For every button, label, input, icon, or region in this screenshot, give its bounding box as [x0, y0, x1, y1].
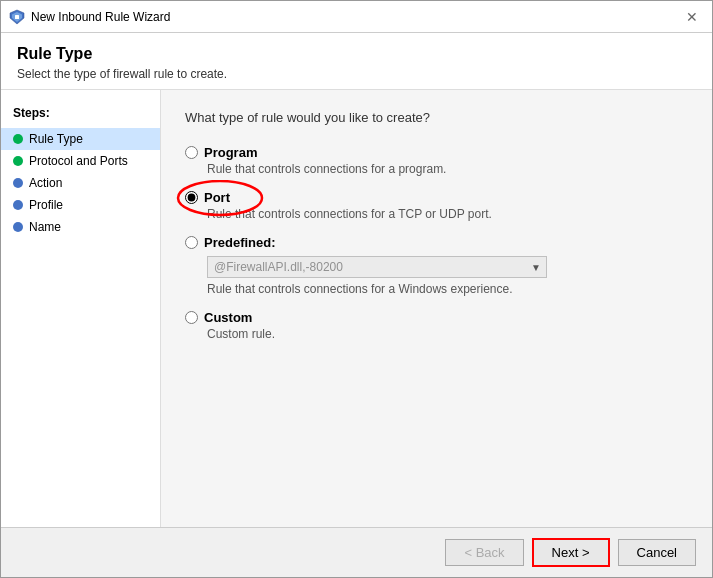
window-title: New Inbound Rule Wizard	[31, 10, 170, 24]
step-indicator-profile	[13, 200, 23, 210]
app-icon	[9, 9, 25, 25]
page-header: Rule Type Select the type of firewall ru…	[1, 33, 712, 90]
predefined-radio[interactable]	[185, 236, 198, 249]
sidebar: Steps: Rule Type Protocol and Ports Acti…	[1, 90, 161, 527]
sidebar-item-action[interactable]: Action	[1, 172, 160, 194]
port-radio-label[interactable]: Port	[185, 190, 688, 205]
sidebar-item-profile[interactable]: Profile	[1, 194, 160, 216]
step-indicator-protocol-ports	[13, 156, 23, 166]
option-predefined: Predefined: @FirewallAPI.dll,-80200 Rule…	[185, 235, 688, 296]
predefined-dropdown[interactable]: @FirewallAPI.dll,-80200	[207, 256, 547, 278]
step-indicator-rule-type	[13, 134, 23, 144]
predefined-description: Rule that controls connections for a Win…	[207, 282, 688, 296]
sidebar-item-name[interactable]: Name	[1, 216, 160, 238]
title-bar: New Inbound Rule Wizard ✕	[1, 1, 712, 33]
radio-group: Program Rule that controls connections f…	[185, 145, 688, 341]
sidebar-item-label-name: Name	[29, 220, 61, 234]
option-custom: Custom Custom rule.	[185, 310, 688, 341]
custom-radio[interactable]	[185, 311, 198, 324]
wizard-window: New Inbound Rule Wizard ✕ Rule Type Sele…	[0, 0, 713, 578]
page-subtitle: Select the type of firewall rule to crea…	[17, 67, 696, 81]
back-button[interactable]: < Back	[445, 539, 523, 566]
cancel-button[interactable]: Cancel	[618, 539, 696, 566]
predefined-label: Predefined:	[204, 235, 276, 250]
sidebar-item-label-protocol-ports: Protocol and Ports	[29, 154, 128, 168]
step-indicator-name	[13, 222, 23, 232]
question-text: What type of rule would you like to crea…	[185, 110, 688, 125]
custom-radio-label[interactable]: Custom	[185, 310, 688, 325]
predefined-select-wrapper[interactable]: @FirewallAPI.dll,-80200	[207, 256, 547, 278]
port-description: Rule that controls connections for a TCP…	[207, 207, 688, 221]
sidebar-item-rule-type[interactable]: Rule Type	[1, 128, 160, 150]
program-radio[interactable]	[185, 146, 198, 159]
custom-label: Custom	[204, 310, 252, 325]
program-label: Program	[204, 145, 257, 160]
option-program: Program Rule that controls connections f…	[185, 145, 688, 176]
sidebar-item-label-rule-type: Rule Type	[29, 132, 83, 146]
close-button[interactable]: ✕	[680, 7, 704, 27]
next-button[interactable]: Next >	[532, 538, 610, 567]
sidebar-item-label-action: Action	[29, 176, 62, 190]
port-label: Port	[204, 190, 230, 205]
steps-label: Steps:	[1, 102, 160, 128]
program-radio-label[interactable]: Program	[185, 145, 688, 160]
page-title: Rule Type	[17, 45, 696, 63]
content-area: Steps: Rule Type Protocol and Ports Acti…	[1, 90, 712, 527]
main-panel: What type of rule would you like to crea…	[161, 90, 712, 527]
predefined-select-section: @FirewallAPI.dll,-80200	[207, 256, 688, 278]
custom-description: Custom rule.	[207, 327, 688, 341]
svg-rect-2	[15, 15, 19, 19]
step-indicator-action	[13, 178, 23, 188]
port-radio[interactable]	[185, 191, 198, 204]
option-port: Port Rule that controls connections for …	[185, 190, 688, 221]
footer: < Back Next > Cancel	[1, 527, 712, 577]
sidebar-item-label-profile: Profile	[29, 198, 63, 212]
predefined-radio-label[interactable]: Predefined:	[185, 235, 688, 250]
sidebar-item-protocol-ports[interactable]: Protocol and Ports	[1, 150, 160, 172]
program-description: Rule that controls connections for a pro…	[207, 162, 688, 176]
